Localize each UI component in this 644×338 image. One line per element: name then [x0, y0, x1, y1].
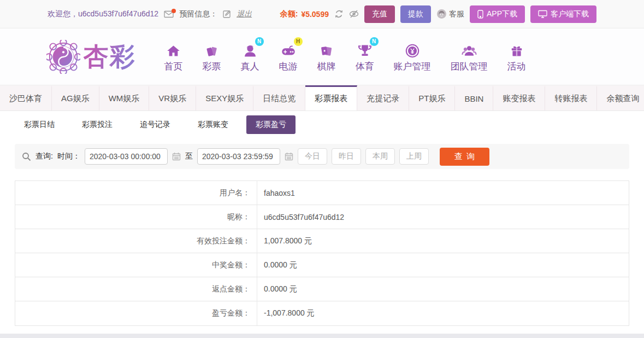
welcome-text: 欢迎您，u6cd5u53f7u6f47u6d12 [48, 9, 158, 19]
table-row: 有效投注金额： 1,007.8000 元 [15, 229, 629, 253]
cards-icon [319, 41, 334, 59]
badge-n: N [255, 37, 264, 46]
row-value: 0.0000 元 [257, 277, 629, 301]
table-row: 中奖金额： 0.0000 元 [15, 253, 629, 277]
row-label: 有效投注金额： [15, 229, 257, 253]
unread-dot [172, 9, 176, 13]
withdraw-button[interactable]: 提款 [400, 5, 431, 23]
trophy-icon: N [357, 41, 373, 59]
table-row: 用户名： fahaoxs1 [15, 181, 629, 205]
table-row: 盈亏金额： -1,007.8000 元 [15, 301, 629, 325]
to-label: 至 [185, 151, 193, 161]
balance-label: 余额: [280, 9, 298, 19]
home-icon [166, 41, 181, 59]
customer-service-icon [436, 9, 447, 19]
row-value: u6cd5u53f7u6f47u6d12 [257, 205, 629, 229]
edit-icon[interactable] [223, 10, 231, 18]
topbar: 欢迎您，u6cd5u53f7u6f47u6d12 预留信息： 退出 余额: ¥5… [0, 0, 644, 28]
gift-icon [510, 41, 524, 59]
tab-daily-overview[interactable]: 日结总览 [253, 85, 305, 110]
report-tabs: 沙巴体育 AG娱乐 WM娱乐 VR娱乐 SEXY娱乐 日结总览 彩票报表 充提记… [0, 85, 644, 111]
subtab-lottery-daily[interactable]: 彩票日结 [15, 115, 64, 134]
row-label: 返点金额： [15, 277, 257, 301]
site-header: 杏彩 首页 彩票 [0, 28, 644, 85]
customer-service-link[interactable]: 客服 [436, 9, 464, 19]
logo-emblem-icon [46, 40, 80, 74]
tab-vr[interactable]: VR娱乐 [149, 85, 196, 110]
live-person-icon: N [243, 41, 258, 59]
nav-label: 体育 [356, 60, 374, 73]
tab-deposit-withdraw-records[interactable]: 充提记录 [357, 85, 409, 110]
row-label: 昵称： [15, 205, 257, 229]
tab-account-change-report[interactable]: 账变报表 [493, 85, 545, 110]
app-download-button[interactable]: APP下载 [470, 5, 525, 23]
today-button[interactable]: 今日 [298, 148, 327, 165]
time-label: 时间： [57, 151, 80, 161]
client-download-button[interactable]: 客户端下载 [530, 5, 596, 23]
main-nav: 首页 彩票 N 真人 [164, 41, 526, 73]
nav-item-account[interactable]: 账户管理 [394, 41, 431, 73]
tab-ag[interactable]: AG娱乐 [52, 85, 99, 110]
window-bottom-edge [0, 334, 644, 338]
nav-item-promotions[interactable]: 活动 [507, 41, 526, 73]
nav-label: 棋牌 [317, 60, 336, 73]
yuan-coin-icon [405, 41, 420, 59]
table-row: 昵称： u6cd5u53f7u6f47u6d12 [15, 205, 629, 229]
tab-lottery-report[interactable]: 彩票报表 [305, 85, 357, 110]
phone-icon [477, 10, 483, 19]
nav-label: 电游 [279, 60, 298, 73]
tab-shaba-sports[interactable]: 沙巴体育 [0, 85, 52, 110]
badge-n: N [370, 37, 379, 46]
logout-link[interactable]: 退出 [237, 9, 252, 19]
start-time-input[interactable] [85, 148, 168, 165]
team-icon [461, 41, 477, 59]
yesterday-button[interactable]: 昨日 [332, 148, 361, 165]
subtab-lottery-bets[interactable]: 彩票投注 [73, 115, 122, 134]
tab-wm[interactable]: WM娱乐 [99, 85, 150, 110]
calendar-icon[interactable] [172, 152, 181, 161]
nav-item-egames[interactable]: H 电游 [279, 41, 298, 73]
tab-pt[interactable]: PT娱乐 [409, 85, 455, 110]
search-button[interactable]: 查询 [440, 148, 489, 166]
nav-item-cards[interactable]: 棋牌 [317, 41, 336, 73]
site-logo[interactable]: 杏彩 [46, 40, 136, 74]
deposit-button[interactable]: 充值 [364, 5, 395, 23]
hide-balance-icon[interactable] [349, 10, 359, 18]
search-panel: 查询: 时间： 至 今日 昨日 本周 上周 查询 [15, 144, 629, 169]
nav-label: 活动 [507, 60, 526, 73]
end-time-input[interactable] [197, 148, 280, 165]
client-download-label: 客户端下载 [551, 9, 589, 19]
row-value: 0.0000 元 [257, 253, 629, 277]
refresh-balance-icon[interactable] [334, 9, 344, 19]
nav-item-sports[interactable]: N 体育 [356, 41, 374, 73]
tab-transfer-report[interactable]: 转账报表 [545, 85, 597, 110]
row-value: 1,007.8000 元 [257, 229, 629, 253]
tab-bbin[interactable]: BBIN [455, 85, 493, 110]
subtab-lottery-profit-loss[interactable]: 彩票盈亏 [246, 115, 296, 134]
calendar-icon[interactable] [285, 152, 293, 161]
mail-icon[interactable] [164, 10, 174, 18]
gamepad-icon: H [280, 41, 297, 59]
badge-h: H [294, 37, 303, 46]
nav-label: 团队管理 [451, 60, 488, 73]
subtab-lottery-account-change[interactable]: 彩票账变 [188, 115, 238, 134]
nav-item-home[interactable]: 首页 [164, 41, 183, 73]
nav-item-lottery[interactable]: 彩票 [203, 41, 221, 73]
lottery-sub-tabs: 彩票日结 彩票投注 追号记录 彩票账变 彩票盈亏 [0, 111, 644, 138]
row-label: 用户名： [15, 181, 257, 205]
query-label: 查询: [36, 151, 53, 161]
row-value: fahaoxs1 [257, 181, 629, 205]
this-week-button[interactable]: 本周 [365, 148, 395, 165]
row-label: 中奖金额： [15, 253, 257, 277]
search-icon [22, 152, 31, 161]
nav-label: 真人 [241, 60, 259, 73]
nav-label: 首页 [164, 60, 183, 73]
tab-sexy[interactable]: SEXY娱乐 [196, 85, 253, 110]
subtab-chase-records[interactable]: 追号记录 [131, 115, 180, 134]
last-week-button[interactable]: 上周 [399, 148, 429, 165]
tab-balance-query[interactable]: 余额查询 [597, 85, 644, 110]
nav-item-team[interactable]: 团队管理 [451, 41, 488, 73]
profit-loss-table: 用户名： fahaoxs1 昵称： u6cd5u53f7u6f47u6d12 有… [15, 180, 629, 326]
nav-item-live[interactable]: N 真人 [241, 41, 259, 73]
customer-service-label: 客服 [449, 9, 464, 19]
